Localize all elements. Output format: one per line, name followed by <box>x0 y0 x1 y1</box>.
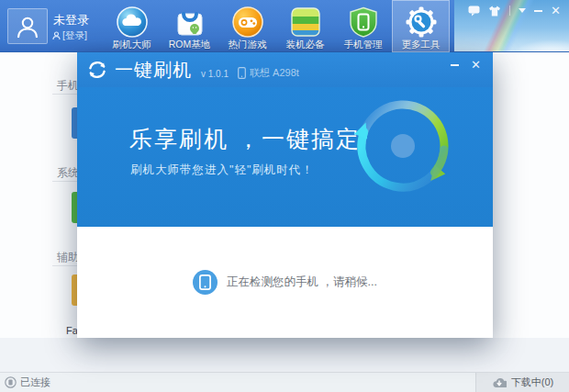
page-lower-band <box>0 338 569 372</box>
dialog-close-button[interactable]: ✕ <box>471 59 481 71</box>
nav-item-hot-games[interactable]: 热门游戏 <box>218 0 276 52</box>
person-icon <box>15 14 40 39</box>
status-bar: 已连接 下载中(0) <box>0 372 569 392</box>
nav-item-essential-apps[interactable]: 装机必备 <box>276 0 334 52</box>
nav-label: 手机管理 <box>344 39 383 51</box>
nav-item-rom-base[interactable]: ROM基地 <box>161 0 218 52</box>
gamepad-icon <box>230 5 264 39</box>
section-divider <box>52 181 80 182</box>
dialog-header: 一键刷机 v 1.0.1 联想 A298t ✕ <box>77 52 493 87</box>
gear-wrench-icon <box>404 5 438 39</box>
dialog-version: v 1.0.1 <box>201 69 229 79</box>
minimize-window-button[interactable] <box>534 5 542 17</box>
nav-label: 刷机大师 <box>113 39 151 51</box>
section-label-assist: 辅助 <box>57 250 79 265</box>
nav-item-flash-master[interactable]: 刷机大师 <box>103 0 161 52</box>
nav-item-more-tools[interactable]: 更多工具 <box>392 0 450 52</box>
close-window-button[interactable]: ✕ <box>551 5 561 17</box>
connection-status-label: 已连接 <box>20 375 50 389</box>
rom-bag-icon <box>173 5 206 39</box>
skin-theme-icon[interactable] <box>488 5 501 17</box>
window-controls: ✕ <box>468 5 561 17</box>
dialog-body: 正在检测您的手机 ，请稍候... <box>77 227 493 338</box>
menu-chevron-icon[interactable] <box>519 5 526 17</box>
nav-item-phone-manager[interactable]: 手机管理 <box>334 0 392 52</box>
phone-outline-icon <box>238 67 246 79</box>
nav-label: 更多工具 <box>402 39 441 51</box>
partial-tool-label: Fa <box>66 325 78 336</box>
nav-label: 热门游戏 <box>229 39 267 51</box>
download-count-label: 下载中(0) <box>511 375 553 389</box>
section-divider <box>52 265 80 266</box>
nav-label: 装机必备 <box>286 39 325 51</box>
banner-subline: 刷机大师带您进入"轻"刷机时代！ <box>130 162 314 178</box>
stacked-apps-icon <box>288 5 322 39</box>
shield-phone-icon <box>346 5 380 39</box>
app-window: 手机 系统 辅助 Fa 未登录 [登录] <box>0 0 569 392</box>
sync-arrows-graphic <box>350 93 456 199</box>
connected-phone-icon <box>5 376 17 388</box>
device-name-label: 联想 A298t <box>250 66 299 80</box>
user-avatar[interactable] <box>7 8 48 44</box>
main-nav: 刷机大师 ROM基地 <box>103 0 450 52</box>
controls-divider <box>509 6 510 16</box>
feedback-bubble-icon[interactable] <box>468 5 480 17</box>
detecting-status-text: 正在检测您的手机 ，请稍候... <box>227 274 377 290</box>
section-divider <box>52 94 80 95</box>
top-navigation-bar: 未登录 [登录] 刷机大师 <box>0 0 569 52</box>
connected-device: 联想 A298t <box>238 66 299 80</box>
login-link-label: [登录] <box>62 29 87 42</box>
dialog-minimize-button[interactable] <box>451 59 459 71</box>
download-manager-button[interactable]: 下载中(0) <box>475 373 569 392</box>
nav-label: ROM基地 <box>169 39 211 51</box>
banner-headline: 乐享刷机 ，一键搞定 <box>129 124 361 154</box>
login-link[interactable]: [登录] <box>52 29 87 42</box>
dialog-title: 一键刷机 <box>115 58 192 83</box>
connection-status: 已连接 <box>5 375 50 389</box>
one-key-flash-dialog: 一键刷机 v 1.0.1 联想 A298t ✕ 乐享刷机 ，一键搞定 刷机大师带… <box>77 52 493 338</box>
cloud-icon <box>115 5 149 39</box>
dialog-controls: ✕ <box>451 59 481 71</box>
person-small-icon <box>52 31 61 40</box>
section-label-phone: 手机 <box>57 78 79 94</box>
dialog-banner: 乐享刷机 ，一键搞定 刷机大师带您进入"轻"刷机时代！ <box>77 87 493 227</box>
phone-detect-icon <box>193 270 218 295</box>
section-label-system: 系统 <box>57 165 79 181</box>
login-status-text: 未登录 <box>53 12 89 28</box>
sync-circle-icon <box>87 60 107 80</box>
cloud-download-icon <box>492 377 507 388</box>
